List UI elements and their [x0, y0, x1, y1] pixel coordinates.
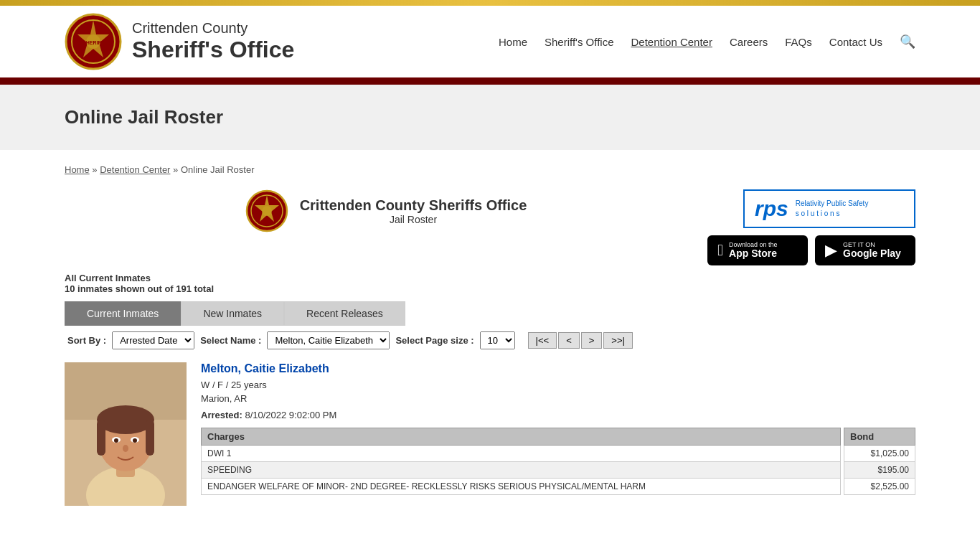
inmate-info: Melton, Caitie Elizabeth W / F / 25 year…	[201, 362, 915, 506]
svg-point-20	[133, 438, 137, 443]
inmate-record: Melton, Caitie Elizabeth W / F / 25 year…	[65, 362, 915, 506]
svg-point-21	[123, 445, 128, 452]
breadcrumb-detention[interactable]: Detention Center	[100, 164, 170, 175]
next-page-button[interactable]: >	[581, 332, 603, 349]
table-row: $1,025.00	[844, 446, 915, 462]
charges-header: Charges	[202, 428, 841, 446]
name-select[interactable]: Melton, Caitie Elizabeth	[267, 331, 390, 349]
rps-text: rps	[755, 197, 788, 221]
bond-3: $2,525.00	[844, 479, 915, 495]
charges-table: Charges DWI 1 SPEEDING ENDANGER WELFARE …	[201, 428, 841, 495]
svg-rect-16	[146, 420, 154, 456]
arrested-date-value: 8/10/2022 9:02:00 PM	[245, 410, 336, 420]
nav-home[interactable]: Home	[499, 36, 527, 48]
google-play-icon: ▶	[825, 241, 837, 260]
roster-title-block: Crittenden County Sheriffs Office Jail R…	[65, 189, 707, 232]
table-row: SPEEDING	[202, 462, 841, 479]
inmate-location: Marion, AR	[201, 393, 915, 404]
inmates-line2: 10 inmates shown out of 191 total	[65, 283, 915, 294]
apple-icon: 	[717, 241, 723, 260]
page-title-section: Online Jail Roster	[0, 85, 980, 150]
bond-2: $195.00	[844, 462, 915, 479]
inmate-name: Melton, Caitie Elizabeth	[201, 362, 915, 375]
breadcrumb: Home » Detention Center » Online Jail Ro…	[65, 164, 915, 175]
bond-table: Bond $1,025.00 $195.00 $2,525.00	[844, 428, 915, 495]
mugshot-image	[65, 362, 187, 506]
table-row: $195.00	[844, 462, 915, 479]
tabs: Current Inmates New Inmates Recent Relea…	[65, 301, 915, 326]
roster-header: Crittenden County Sheriffs Office Jail R…	[65, 189, 915, 265]
first-page-button[interactable]: |<<	[528, 332, 557, 349]
bond-header: Bond	[844, 428, 915, 446]
tab-recent-releases[interactable]: Recent Releases	[284, 301, 405, 326]
google-play-button[interactable]: ▶ GET IT ON Google Play	[815, 235, 915, 265]
nav-contact-us[interactable]: Contact Us	[829, 36, 882, 48]
google-play-label: GET IT ON Google Play	[843, 241, 901, 259]
nav-sheriffs-office[interactable]: Sheriff's Office	[545, 36, 614, 48]
rps-subtitle: Relativity Public Safety s o l u t i o n…	[796, 199, 869, 219]
svg-point-19	[114, 438, 118, 443]
header-logo: SHERIFF Crittenden County Sheriff's Offi…	[65, 13, 294, 70]
app-store-button[interactable]:  Download on the App Store	[707, 235, 808, 265]
sort-by-select[interactable]: Arrested Date	[112, 331, 194, 349]
header: SHERIFF Crittenden County Sheriff's Offi…	[0, 6, 980, 77]
last-page-button[interactable]: >>|	[603, 332, 633, 349]
header-nav: Home Sheriff's Office Detention Center C…	[499, 34, 915, 50]
inmate-photo	[65, 362, 187, 506]
sort-by-label: Sort By :	[67, 335, 106, 346]
page-title: Online Jail Roster	[65, 106, 915, 128]
arrested-label: Arrested:	[201, 410, 242, 420]
svg-text:SHERIFF: SHERIFF	[83, 40, 105, 45]
logo-line2: Sheriff's Office	[132, 37, 294, 63]
charges-container: Charges DWI 1 SPEEDING ENDANGER WELFARE …	[201, 428, 915, 495]
top-gold-bar	[0, 0, 980, 6]
inmates-info: All Current Inmates 10 inmates shown out…	[65, 273, 915, 294]
charge-3: ENDANGER WELFARE OF MINOR- 2ND DEGREE- R…	[202, 479, 841, 495]
roster-title-text: Crittenden County Sheriffs Office Jail R…	[300, 197, 527, 225]
inmates-line1: All Current Inmates	[65, 273, 915, 283]
roster-badge-icon	[245, 189, 288, 232]
roster-subtitle: Jail Roster	[300, 214, 527, 225]
nav-detention-center[interactable]: Detention Center	[631, 36, 712, 48]
app-buttons:  Download on the App Store ▶ GET IT ON …	[707, 235, 915, 265]
tab-new-inmates[interactable]: New Inmates	[181, 301, 284, 326]
app-store-label: Download on the App Store	[729, 241, 778, 259]
sheriff-badge-icon: SHERIFF	[65, 13, 122, 70]
bond-1: $1,025.00	[844, 446, 915, 462]
table-row: DWI 1	[202, 446, 841, 462]
svg-point-8	[262, 206, 272, 216]
bottom-header-bar	[0, 77, 980, 85]
logo-text: Crittenden County Sheriff's Office	[132, 20, 294, 63]
table-row: ENDANGER WELFARE OF MINOR- 2ND DEGREE- R…	[202, 479, 841, 495]
charge-2: SPEEDING	[202, 462, 841, 479]
roster-right: rps Relativity Public Safety s o l u t i…	[707, 189, 915, 265]
arrested-date: Arrested: 8/10/2022 9:02:00 PM	[201, 410, 915, 420]
roster-title: Crittenden County Sheriffs Office	[300, 197, 527, 214]
breadcrumb-home[interactable]: Home	[65, 164, 90, 175]
svg-rect-15	[97, 420, 105, 456]
rps-logo: rps Relativity Public Safety s o l u t i…	[743, 189, 915, 228]
table-row: $2,525.00	[844, 479, 915, 495]
search-icon-button[interactable]: 🔍	[900, 34, 915, 50]
select-name-label: Select Name :	[200, 335, 261, 346]
content-area: Home » Detention Center » Online Jail Ro…	[0, 150, 980, 520]
pagination-buttons: |<< < > >>|	[528, 332, 633, 349]
inmate-details: W / F / 25 years	[201, 380, 915, 390]
prev-page-button[interactable]: <	[558, 332, 580, 349]
breadcrumb-current: Online Jail Roster	[181, 164, 255, 175]
page-size-select[interactable]: 10	[480, 331, 515, 349]
nav-careers[interactable]: Careers	[730, 36, 768, 48]
tab-current-inmates[interactable]: Current Inmates	[65, 301, 181, 326]
page-size-label: Select Page size :	[395, 335, 473, 346]
logo-line1: Crittenden County	[132, 20, 294, 37]
nav-faqs[interactable]: FAQs	[785, 36, 812, 48]
charge-1: DWI 1	[202, 446, 841, 462]
filter-bar: Sort By : Arrested Date Select Name : Me…	[65, 326, 915, 355]
